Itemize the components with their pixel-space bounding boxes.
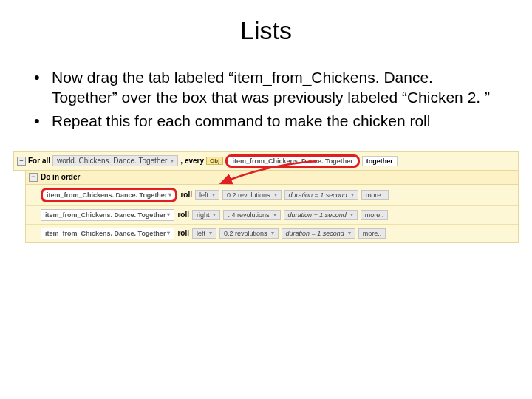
- alice-code-region: − For all world. Chickens. Dance. Togeth…: [13, 151, 519, 243]
- action-keyword: roll: [177, 229, 189, 237]
- amount-tile[interactable]: 0.2 revolutions ▾: [219, 228, 279, 239]
- dropdown-icon: ▾: [171, 157, 174, 164]
- item-variable-tile[interactable]: item_from_Chickens. Dance. Together: [225, 154, 359, 168]
- list-param-label: world. Chickens. Dance. Together: [57, 157, 167, 165]
- list-param-tile[interactable]: world. Chickens. Dance. Together ▾: [52, 155, 178, 166]
- dropdown-icon: ▾: [348, 230, 351, 236]
- amount-tile[interactable]: 0.2 revolutions ▾: [222, 190, 282, 200]
- command-row[interactable]: item_from_Chickens. Dance. Together ▾ ro…: [26, 185, 518, 206]
- target-tile[interactable]: item_from_Chickens. Dance. Together ▾: [41, 228, 174, 239]
- together-tile[interactable]: together: [362, 156, 398, 166]
- duration-tile[interactable]: duration = 1 second ▾: [284, 190, 358, 200]
- item-variable-label: item_from_Chickens. Dance. Together: [232, 157, 352, 165]
- dropdown-icon: ▾: [209, 230, 212, 236]
- target-label: item_from_Chickens. Dance. Together: [45, 230, 166, 237]
- forall-keyword: For all: [28, 157, 50, 165]
- do-in-order-row[interactable]: − Do in order: [26, 171, 518, 185]
- direction-label: right: [197, 211, 210, 219]
- direction-tile[interactable]: left ▾: [192, 228, 216, 239]
- dropdown-icon: ▾: [351, 191, 354, 198]
- amount-tile[interactable]: . 4 revolutions ▾: [223, 210, 280, 220]
- dropdown-icon: ▾: [168, 191, 171, 198]
- duration-label: duration = 1 second: [289, 191, 347, 199]
- direction-tile[interactable]: left ▾: [195, 190, 219, 200]
- more-tile[interactable]: more..: [361, 190, 389, 200]
- do-in-order-keyword: Do in order: [41, 173, 80, 181]
- dropdown-icon: ▾: [212, 191, 215, 198]
- do-in-order-block: − Do in order item_from_Chickens. Dance.…: [25, 171, 519, 243]
- dropdown-icon: ▾: [274, 191, 277, 198]
- amount-label: 0.2 revolutions: [224, 230, 267, 237]
- direction-tile[interactable]: right ▾: [192, 210, 221, 220]
- dropdown-icon: ▾: [167, 211, 170, 218]
- target-label: item_from_Chickens. Dance. Together: [45, 211, 166, 219]
- dropdown-icon: ▾: [273, 211, 276, 218]
- bullet-item: Repeat this for each command to make the…: [52, 111, 502, 131]
- every-keyword: , every: [180, 157, 204, 165]
- duration-tile[interactable]: duration = 1 second ▾: [284, 210, 358, 220]
- dropdown-icon: ▾: [213, 211, 216, 218]
- amount-label: 0.2 revolutions: [227, 191, 270, 199]
- dropdown-icon: ▾: [350, 211, 353, 218]
- collapse-icon[interactable]: −: [29, 173, 38, 182]
- collapse-icon[interactable]: −: [17, 157, 26, 166]
- amount-label: . 4 revolutions: [228, 211, 269, 219]
- duration-tile[interactable]: duration = 1 second ▾: [282, 228, 355, 239]
- bullet-item: Now drag the tab labeled “item_from_Chic…: [52, 67, 502, 108]
- direction-label: left: [197, 230, 205, 237]
- target-tile[interactable]: item_from_Chickens. Dance. Together ▾: [41, 209, 174, 221]
- target-label: item_from_Chickens. Dance. Together: [47, 191, 167, 199]
- action-keyword: roll: [177, 211, 189, 219]
- dropdown-icon: ▾: [271, 230, 274, 236]
- obj-badge: Obj: [206, 157, 223, 165]
- more-tile[interactable]: more..: [361, 210, 389, 220]
- action-keyword: roll: [180, 191, 192, 199]
- command-row[interactable]: item_from_Chickens. Dance. Together ▾ ro…: [26, 225, 518, 242]
- duration-label: duration = 1 second: [286, 230, 344, 237]
- dropdown-icon: ▾: [167, 230, 170, 236]
- more-tile[interactable]: more..: [358, 228, 386, 239]
- bullet-list: Now drag the tab labeled “item_from_Chic…: [0, 67, 532, 131]
- forall-row[interactable]: − For all world. Chickens. Dance. Togeth…: [13, 151, 519, 171]
- direction-label: left: [200, 191, 208, 199]
- target-tile[interactable]: item_from_Chickens. Dance. Together ▾: [41, 188, 177, 202]
- duration-label: duration = 1 second: [288, 211, 347, 219]
- slide-title: Lists: [0, 0, 532, 67]
- command-row[interactable]: item_from_Chickens. Dance. Together ▾ ro…: [26, 206, 518, 225]
